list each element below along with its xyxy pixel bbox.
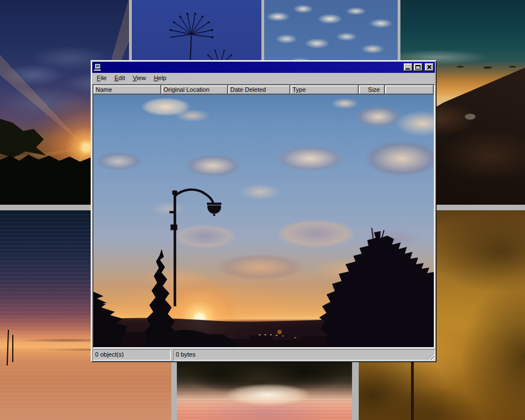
maximize-button[interactable] <box>414 63 423 71</box>
close-button[interactable] <box>425 63 434 71</box>
minimize-icon <box>405 68 410 70</box>
maximize-icon <box>415 65 420 70</box>
menu-file-hotkey: F <box>97 75 101 81</box>
menu-help-label: elp <box>158 75 166 81</box>
column-header-name[interactable]: Name <box>93 85 161 95</box>
column-header-type[interactable]: Type <box>290 85 359 95</box>
titlebar[interactable] <box>92 62 435 73</box>
list-view: Name Original Location Date Deleted Type… <box>92 84 435 348</box>
menu-edit-hotkey: E <box>115 75 118 81</box>
pole-silhouette <box>7 330 9 365</box>
column-headers: Name Original Location Date Deleted Type… <box>93 85 434 95</box>
photo-silhouettes <box>93 95 434 347</box>
list-viewport[interactable] <box>93 95 434 347</box>
menu-edit[interactable]: Edit <box>111 73 129 83</box>
menu-file-label: ile <box>101 75 107 81</box>
column-header-date-deleted[interactable]: Date Deleted <box>228 85 290 95</box>
computer-icon <box>93 63 102 72</box>
status-bar: 0 object(s) 0 bytes <box>92 349 435 360</box>
menu-bar: File Edit View Help <box>92 73 435 83</box>
status-object-count: 0 object(s) <box>92 349 171 360</box>
column-header-filler <box>385 85 434 95</box>
menu-view-label: iew <box>137 75 146 81</box>
menu-view[interactable]: View <box>129 73 150 83</box>
menu-view-hotkey: V <box>133 75 137 81</box>
column-header-original-location[interactable]: Original Location <box>161 85 228 95</box>
screen-shape <box>96 65 100 67</box>
column-header-size[interactable]: Size <box>359 85 385 95</box>
minimize-button[interactable] <box>404 63 413 71</box>
menu-help[interactable]: Help <box>150 73 170 83</box>
status-total-size: 0 bytes <box>173 349 435 360</box>
pole-silhouette <box>12 335 13 362</box>
recycle-bin-window: File Edit View Help Name Original Locati… <box>91 60 437 362</box>
menu-file[interactable]: File <box>93 73 111 83</box>
menu-edit-label: dit <box>118 75 125 81</box>
keyboard-shape <box>93 69 101 71</box>
